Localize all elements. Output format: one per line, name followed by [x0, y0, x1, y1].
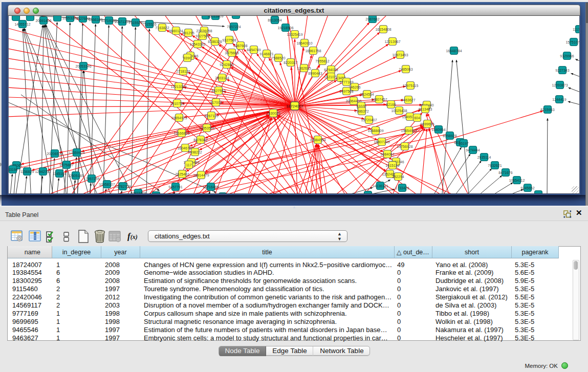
svg-text:8113463: 8113463 — [419, 107, 432, 111]
svg-text:20053346: 20053346 — [75, 64, 91, 68]
svg-text:8267110: 8267110 — [205, 114, 219, 118]
svg-text:9084067: 9084067 — [380, 152, 394, 156]
svg-text:1615132: 1615132 — [385, 164, 399, 167]
svg-text:7588520: 7588520 — [271, 56, 285, 60]
svg-text:10654112: 10654112 — [509, 179, 525, 182]
svg-text:1145194: 1145194 — [53, 172, 67, 176]
svg-text:5498222: 5498222 — [188, 150, 202, 154]
svg-text:9245652: 9245652 — [520, 186, 534, 190]
svg-text:1117504: 1117504 — [573, 28, 580, 31]
svg-text:19654923: 19654923 — [171, 116, 187, 120]
svg-text:1362615: 1362615 — [297, 67, 311, 70]
svg-text:10543382: 10543382 — [189, 42, 205, 46]
svg-text:9457791: 9457791 — [168, 185, 182, 189]
svg-text:92450: 92450 — [533, 193, 543, 194]
svg-text:33194: 33194 — [8, 168, 18, 171]
svg-text:14055712: 14055712 — [14, 23, 30, 26]
svg-text:16154808: 16154808 — [375, 28, 391, 31]
svg-text:9327506: 9327506 — [195, 34, 209, 38]
svg-text:17957255: 17957255 — [83, 177, 99, 181]
svg-text:7485063: 7485063 — [399, 68, 412, 71]
svg-text:15751074: 15751074 — [565, 40, 580, 44]
svg-text:7857224: 7857224 — [227, 25, 241, 29]
svg-text:8990443: 8990443 — [308, 72, 322, 75]
svg-text:1640954: 1640954 — [431, 128, 445, 132]
svg-text:8813054: 8813054 — [268, 18, 281, 22]
svg-text:18807249: 18807249 — [374, 140, 389, 144]
svg-text:19218506: 19218506 — [277, 26, 293, 30]
svg-text:7163822: 7163822 — [155, 26, 169, 30]
svg-text:11353594: 11353594 — [199, 126, 215, 130]
svg-text:12213389: 12213389 — [170, 85, 186, 89]
svg-text:117: 117 — [186, 163, 191, 167]
svg-text:16033809: 16033809 — [207, 16, 223, 18]
svg-text:1527602: 1527602 — [76, 17, 90, 20]
svg-text:9329966: 9329966 — [560, 54, 574, 58]
svg-text:62160: 62160 — [386, 103, 396, 106]
svg-text:2718126: 2718126 — [176, 70, 190, 73]
svg-text:20206576: 20206576 — [47, 152, 62, 156]
svg-text:12213967: 12213967 — [384, 40, 400, 43]
svg-text:7515526: 7515526 — [142, 23, 156, 26]
svg-text:10671355: 10671355 — [114, 20, 130, 24]
svg-text:8660124: 8660124 — [169, 29, 183, 33]
svg-text:16961758: 16961758 — [305, 49, 321, 53]
svg-text:1010755: 1010755 — [170, 102, 184, 105]
svg-text:8427552: 8427552 — [211, 89, 225, 93]
svg-text:1733426: 1733426 — [395, 186, 409, 190]
svg-text:15720407: 15720407 — [361, 118, 377, 122]
svg-text:16648784: 16648784 — [446, 49, 462, 53]
svg-text:12975115: 12975115 — [403, 84, 419, 87]
svg-text:20691406: 20691406 — [35, 19, 51, 23]
svg-text:9227343: 9227343 — [555, 69, 569, 72]
svg-text:2935114: 2935114 — [477, 156, 491, 159]
svg-text:2803144: 2803144 — [215, 76, 229, 80]
svg-text:12923468: 12923468 — [130, 191, 146, 194]
svg-text:16914479: 16914479 — [193, 173, 209, 177]
svg-text:12942757: 12942757 — [35, 170, 51, 173]
svg-text:13325419: 13325419 — [287, 33, 302, 36]
svg-text:8958928: 8958928 — [443, 134, 456, 138]
svg-text:9390: 9390 — [183, 56, 191, 60]
svg-text:18640910: 18640910 — [296, 41, 312, 45]
svg-text:8220317: 8220317 — [284, 61, 297, 64]
svg-text:10973493: 10973493 — [392, 53, 408, 57]
svg-text:252254: 252254 — [392, 175, 404, 179]
svg-text:3675685: 3675685 — [225, 51, 238, 55]
svg-text:12093873: 12093873 — [552, 83, 568, 87]
svg-text:917004: 917004 — [210, 101, 222, 104]
svg-text:16782759: 16782759 — [115, 185, 130, 188]
svg-text:8878342: 8878342 — [193, 138, 207, 142]
svg-text:2367608: 2367608 — [233, 44, 247, 48]
svg-text:8454749: 8454749 — [247, 48, 260, 52]
svg-text:9975887: 9975887 — [59, 163, 73, 167]
svg-text:10688609: 10688609 — [367, 129, 383, 133]
svg-text:10025438: 10025438 — [391, 109, 407, 113]
svg-text:1156829: 1156829 — [20, 170, 34, 173]
svg-text:7632621: 7632621 — [488, 164, 502, 167]
svg-text:8186328: 8186328 — [208, 40, 222, 43]
svg-text:9242845: 9242845 — [220, 63, 233, 67]
svg-text:6497568: 6497568 — [339, 90, 353, 93]
svg-text:891295: 891295 — [182, 31, 194, 35]
svg-text:19384554: 19384554 — [310, 138, 325, 142]
svg-text:10958107: 10958107 — [99, 183, 115, 186]
svg-text:10807457: 10807457 — [371, 98, 387, 101]
svg-text:2087682: 2087682 — [365, 17, 379, 21]
svg-text:7986372: 7986372 — [355, 110, 368, 113]
svg-text:12505185: 12505185 — [68, 174, 83, 178]
svg-text:8471676: 8471676 — [498, 171, 512, 174]
svg-text:6794028: 6794028 — [324, 68, 338, 72]
svg-text:3824554: 3824554 — [360, 93, 374, 96]
svg-text:604: 604 — [414, 116, 420, 120]
svg-text:9463627: 9463627 — [401, 98, 415, 102]
svg-text:8215953: 8215953 — [540, 108, 554, 112]
svg-text:7955812: 7955812 — [315, 59, 329, 63]
svg-text:19756928: 19756928 — [397, 145, 412, 148]
svg-text:7515526: 7515526 — [128, 21, 142, 25]
svg-text:16046758: 16046758 — [177, 146, 193, 150]
svg-text:17359924: 17359924 — [69, 151, 84, 155]
svg-text:7625402: 7625402 — [175, 172, 189, 176]
svg-text:9327508: 9327508 — [222, 38, 236, 42]
svg-text:14136141: 14136141 — [372, 184, 388, 188]
